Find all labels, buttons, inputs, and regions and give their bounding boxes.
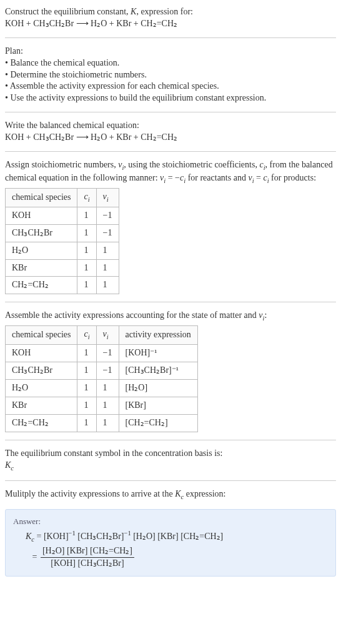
answer-box: Answer: Kc = K_c = [KOH]⁻¹ [CH₃CH₂Br]⁻¹ …	[5, 509, 336, 577]
table-row: KOH1−1[KOH]⁻¹	[6, 345, 198, 362]
table-row: H₂O11[H₂O]	[6, 380, 198, 397]
intro-block: Construct the equilibrium constant, K, e…	[5, 2, 336, 34]
stoich-table: chemical species ci νi KOH1−1 CH₃CH₂Br1−…	[5, 188, 119, 294]
col-nui: νi	[96, 188, 119, 207]
col-ci: ci	[77, 188, 96, 207]
activity-heading: Assemble the activity expressions accoun…	[5, 310, 336, 323]
col-activity: activity expression	[119, 326, 197, 345]
table-row: CH₃CH₂Br1−1[CH₃CH₂Br]⁻¹	[6, 362, 198, 380]
multiply-block: Mulitply the activity expressions to arr…	[5, 485, 336, 505]
col-ci: ci	[77, 326, 96, 345]
activity-table: chemical species ci νi activity expressi…	[5, 325, 198, 432]
table-row: H₂O11	[6, 242, 119, 259]
answer-expression: Kc = K_c = [KOH]⁻¹ [CH₃CH₂Br]⁻¹ [H₂O] [K…	[13, 529, 328, 569]
divider	[5, 37, 336, 38]
stoich-block: Assign stoichiometric numbers, νi, using…	[5, 156, 336, 298]
multiply-heading: Mulitply the activity expressions to arr…	[5, 489, 225, 498]
divider	[5, 480, 336, 481]
divider	[5, 112, 336, 112]
answer-label: Answer:	[13, 516, 328, 527]
table-row: CH₂=CH₂11	[6, 277, 119, 294]
col-species: chemical species	[6, 188, 77, 207]
intro-equation: KOH + CH₃CH₂Br ⟶ H₂O + KBr + CH₂=CH₂	[5, 18, 336, 30]
divider	[5, 302, 336, 302]
plan-item: • Determine the stoichiometric numbers.	[5, 69, 336, 81]
balanced-heading: Write the balanced chemical equation:	[5, 120, 336, 132]
plan-item: • Assemble the activity expression for e…	[5, 81, 336, 92]
divider	[5, 440, 336, 440]
col-species: chemical species	[6, 326, 77, 345]
table-row: KOH1−1	[6, 207, 119, 224]
intro-line: Construct the equilibrium constant, K, e…	[5, 6, 336, 18]
plan-block: Plan: • Balance the chemical equation. •…	[5, 42, 336, 108]
table-row: CH₃CH₂Br1−1	[6, 224, 119, 242]
divider	[5, 151, 336, 152]
activity-block: Assemble the activity expressions accoun…	[5, 306, 336, 435]
symbol-block: The equilibrium constant symbol in the c…	[5, 444, 336, 477]
table-row: KBr11[KBr]	[6, 397, 198, 414]
table-row: CH₂=CH₂11[CH₂=CH₂]	[6, 414, 198, 432]
answer-numerator: [H₂O] [KBr] [CH₂=CH₂]	[41, 545, 134, 558]
symbol-line1: The equilibrium constant symbol in the c…	[5, 448, 336, 460]
col-nui: νi	[96, 326, 119, 345]
plan-item: • Use the activity expressions to build …	[5, 92, 336, 104]
answer-denominator: [KOH] [CH₃CH₂Br]	[41, 558, 134, 570]
plan-item: • Balance the chemical equation.	[5, 57, 336, 69]
table-row: KBr11	[6, 259, 119, 277]
stoich-heading: Assign stoichiometric numbers, νi, using…	[5, 159, 336, 186]
plan-heading: Plan:	[5, 46, 336, 57]
balanced-equation: KOH + CH₃CH₂Br ⟶ H₂O + KBr + CH₂=CH₂	[5, 132, 336, 144]
table-header-row: chemical species ci νi activity expressi…	[6, 326, 198, 345]
symbol-line2: Kc	[5, 460, 336, 473]
balanced-block: Write the balanced chemical equation: KO…	[5, 116, 336, 147]
table-header-row: chemical species ci νi	[6, 188, 119, 207]
